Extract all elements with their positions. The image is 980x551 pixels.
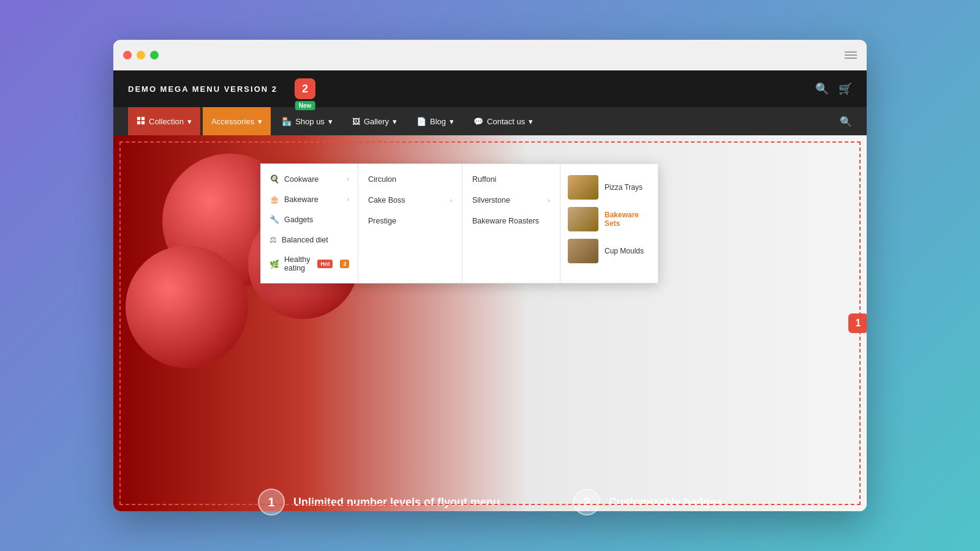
cakeboss-arrow-icon: › [450,197,452,204]
header-badge-wrapper: 2 New [295,78,315,99]
hamburger-icon[interactable] [845,51,857,59]
annotation-item-2: 2 Customizable badges [573,489,722,515]
bottom-section: 1 Unlimited number levels of flyout menu… [0,465,980,539]
healthy-icon: 🌿 [270,260,279,269]
nav-accessories-label: Accessories [211,117,254,126]
menu-subitem-ruffoni[interactable]: Ruffoni [462,169,560,190]
menu-item-bakeware[interactable]: 🎂 Bakeware › [261,189,358,209]
image-icon: 🖼 [352,117,360,126]
healthy-label: Healthy eating [284,255,310,272]
chevron-down-icon-5: ▾ [450,117,454,126]
nav-contact-label: Contact us [487,117,525,126]
cup-moulds-label: Cup Moulds [605,247,644,255]
bakeware-roasters-label: Bakeware Roasters [472,217,539,225]
prestige-label: Prestige [368,217,396,225]
menu-subitem-bakeware-roasters[interactable]: Bakeware Roasters [462,211,560,231]
nav-search-button[interactable]: 🔍 [840,116,852,127]
svg-rect-3 [141,121,145,124]
close-button[interactable] [123,51,132,59]
search-icon[interactable]: 🔍 [815,82,829,96]
svg-rect-2 [137,121,140,124]
arrow-left-icon: ‹ [347,176,349,182]
nav-item-collection[interactable]: Collection ▾ [128,107,200,135]
menu-subitem-prestige[interactable]: Prestige [358,211,462,231]
menu-item-healthy[interactable]: 🌿 Healthy eating Hot 2 [261,250,358,278]
site-content: DEMO MEGA MENU VERSION 2 2 New 🔍 🛒 Colle… [113,70,867,511]
circulon-label: Circulon [368,175,396,184]
menu-item-gadgets[interactable]: 🔧 Gadgets [261,209,358,230]
site-nav: Collection ▾ Accessories ▾ 🏪 Shop us ▾ 🖼… [113,107,867,135]
header-right: 🔍 🛒 [815,82,852,96]
store-icon: 🏪 [282,117,292,126]
chevron-down-icon-3: ▾ [328,117,333,126]
menu-item-cookware[interactable]: 🍳 Cookware ‹ [261,169,358,189]
bakeware-icon: 🎂 [270,195,279,204]
nav-blog-label: Blog [430,117,446,126]
menu-col-2: Circulon Cake Boss › Prestige [358,163,462,283]
balanced-label: Balanced diet [282,236,328,244]
menu-item-balanced[interactable]: ⚖ Balanced diet [261,230,358,250]
nav-item-shopus[interactable]: 🏪 Shop us ▾ [273,107,341,135]
cookware-icon: 🍳 [270,174,279,184]
silverstone-label: Silverstone [472,196,510,204]
site-logo: DEMO MEGA MENU VERSION 2 [128,84,277,94]
bakeware-sets-label: Bakeware Sets [605,211,650,228]
nav-collection-label: Collection [149,117,184,126]
mega-menu: 🍳 Cookware ‹ 🎂 Bakeware › [260,163,658,283]
bakeware-sets-thumb [568,207,598,231]
nav-item-accessories[interactable]: Accessories ▾ [203,107,271,135]
pizza-label: Pizza Trays [605,183,643,192]
annotation-circle-2: 2 [573,489,600,515]
cakeboss-label: Cake Boss [368,196,405,204]
nav-shopus-label: Shop us [295,117,325,126]
annotation-text-1: Unlimited number levels of flyout menu [293,496,500,509]
menu-subitem-cakeboss[interactable]: Cake Boss › [358,190,462,211]
menu-subitem-silverstone[interactable]: Silverstone › [462,190,560,211]
pizza-thumb [568,175,598,200]
nav-item-blog[interactable]: 📄 Blog ▾ [408,107,462,135]
cookware-label: Cookware [284,175,318,184]
site-header: DEMO MEGA MENU VERSION 2 2 New 🔍 🛒 [113,70,867,107]
chevron-down-icon: ▾ [187,117,192,126]
badge-new: New [295,101,315,110]
paper-icon: 📄 [417,117,426,126]
annotation-text-2: Customizable badges [609,496,722,509]
menu-col-1: 🍳 Cookware ‹ 🎂 Bakeware › [260,163,358,283]
menu-img-pizza[interactable]: Pizza Trays [568,171,650,203]
header-badge-num: 2 [295,78,315,99]
ruffoni-label: Ruffoni [472,175,496,184]
gadgets-label: Gadgets [284,216,313,224]
svg-rect-1 [141,116,145,119]
grid-icon [137,116,145,127]
hot-badge: Hot [317,260,333,268]
ornament-2 [126,246,248,368]
nav-item-gallery[interactable]: 🖼 Gallery ▾ [344,107,405,135]
hero-area: 1 🍳 Cookware ‹ 🎂 B [113,135,867,511]
arrow-right-icon: › [347,196,349,203]
minimize-button[interactable] [137,51,145,59]
cup-moulds-thumb [568,239,598,263]
badge-num-2: 2 [340,260,349,268]
maximize-button[interactable] [150,51,159,59]
menu-col-3: Ruffoni Silverstone › Bakeware Roasters [462,163,560,283]
browser-buttons [123,51,159,59]
browser-titlebar [113,40,867,70]
chevron-down-icon-6: ▾ [529,117,533,126]
menu-img-bakeware-sets[interactable]: Bakeware Sets [568,203,650,235]
svg-rect-0 [137,116,140,119]
silverstone-arrow-icon: › [548,197,550,204]
chevron-down-icon-4: ▾ [393,117,397,126]
bakeware-label: Bakeware [284,195,318,204]
balanced-icon: ⚖ [270,235,277,244]
chat-icon: 💬 [473,117,483,126]
annotation-circle-1: 1 [258,489,285,515]
menu-img-cup-moulds[interactable]: Cup Moulds [568,235,650,267]
nav-gallery-label: Gallery [364,117,389,126]
nav-item-contact[interactable]: 💬 Contact us ▾ [465,107,541,135]
gadgets-icon: 🔧 [270,215,279,224]
annotation-item-1: 1 Unlimited number levels of flyout menu [258,489,500,515]
chevron-down-icon-2: ▾ [258,117,262,126]
browser-window: DEMO MEGA MENU VERSION 2 2 New 🔍 🛒 Colle… [113,40,867,511]
cart-icon[interactable]: 🛒 [839,82,852,96]
menu-subitem-circulon[interactable]: Circulon [358,169,462,190]
